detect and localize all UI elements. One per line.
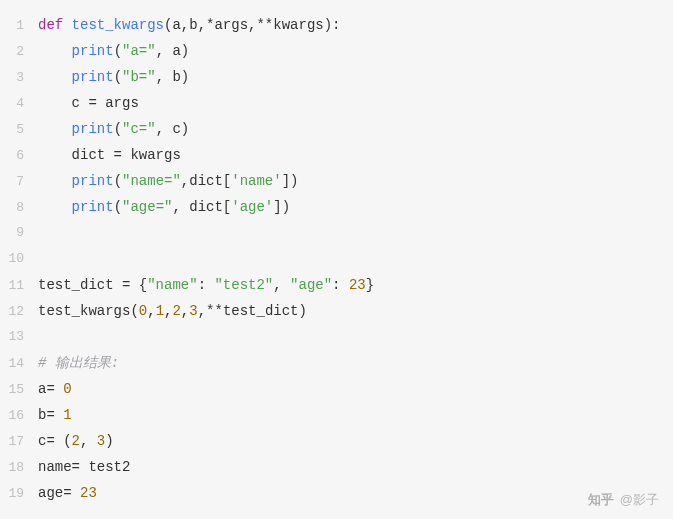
token-pr: kwargs): [273, 17, 340, 33]
token-pr: , dict[ [172, 199, 231, 215]
code-line: 5 print("c=", c) [0, 116, 673, 142]
code-content: print("c=", c) [38, 116, 673, 142]
token-st: "age=" [122, 199, 172, 215]
code-content: print("name=",dict['name']) [38, 168, 673, 194]
line-number: 8 [0, 195, 38, 221]
token-pr: c= ( [38, 433, 72, 449]
line-number: 17 [0, 429, 38, 455]
code-line: 17c= (2, 3) [0, 428, 673, 454]
token-st: "name" [147, 277, 197, 293]
code-line: 11test_dict = {"name": "test2", "age": 2… [0, 272, 673, 298]
token-pr: ]) [273, 199, 290, 215]
code-line: 12test_kwargs(0,1,2,3,**test_dict) [0, 298, 673, 324]
code-line: 13 [0, 324, 673, 350]
token-nu: 0 [63, 381, 71, 397]
code-content: def test_kwargs(a,b,*args,**kwargs): [38, 12, 673, 38]
code-line: 1def test_kwargs(a,b,*args,**kwargs): [0, 12, 673, 38]
token-st: 'age' [231, 199, 273, 215]
token-nu: 2 [172, 303, 180, 319]
watermark: 知乎 @影子 [588, 491, 659, 509]
zhihu-logo-icon: 知乎 [588, 491, 614, 509]
token-pr: ** [256, 17, 273, 33]
token-nu: 23 [349, 277, 366, 293]
line-number: 16 [0, 403, 38, 429]
token-pr: ( [114, 43, 122, 59]
token-pr: c = args [72, 95, 139, 111]
line-number: 10 [0, 246, 38, 272]
token-pr: ( [114, 69, 122, 85]
code-line: 4 c = args [0, 90, 673, 116]
line-number: 7 [0, 169, 38, 195]
code-line: 3 print("b=", b) [0, 64, 673, 90]
code-content: c= (2, 3) [38, 428, 673, 454]
token-pr: ( [114, 121, 122, 137]
code-content: age= 23 [38, 480, 673, 506]
line-number: 3 [0, 65, 38, 91]
token-pr: ) [105, 433, 113, 449]
line-number: 18 [0, 455, 38, 481]
line-number: 11 [0, 273, 38, 299]
code-content: a= 0 [38, 376, 673, 402]
token-pr: ( [114, 173, 122, 189]
code-content: name= test2 [38, 454, 673, 480]
token-st: "c=" [122, 121, 156, 137]
code-content: print("age=", dict['age']) [38, 194, 673, 220]
code-content: dict = kwargs [38, 142, 673, 168]
token-st: "name=" [122, 173, 181, 189]
token-pr: , [80, 433, 97, 449]
line-number: 6 [0, 143, 38, 169]
token-pr: test_dict = { [38, 277, 147, 293]
code-line: 7 print("name=",dict['name']) [0, 168, 673, 194]
token-fn: print [72, 199, 114, 215]
token-pr: name= test2 [38, 459, 130, 475]
line-number: 19 [0, 481, 38, 507]
token-nu: 2 [72, 433, 80, 449]
code-line: 15a= 0 [0, 376, 673, 402]
token-pr: , [273, 277, 290, 293]
code-content: b= 1 [38, 402, 673, 428]
code-content: test_dict = {"name": "test2", "age": 23} [38, 272, 673, 298]
token-nu: 3 [189, 303, 197, 319]
token-st: "age" [290, 277, 332, 293]
token-fn: print [72, 121, 114, 137]
line-number: 4 [0, 91, 38, 117]
line-number: 9 [0, 220, 38, 246]
watermark-author: @影子 [620, 491, 659, 509]
token-st: "a=" [122, 43, 156, 59]
line-number: 1 [0, 13, 38, 39]
token-st: "test2" [214, 277, 273, 293]
code-content: print("b=", b) [38, 64, 673, 90]
code-line: 19age= 23 [0, 480, 673, 506]
token-pr: , b) [156, 69, 190, 85]
token-fn: test_kwargs [72, 17, 164, 33]
token-pr: , a) [156, 43, 190, 59]
line-number: 15 [0, 377, 38, 403]
token-pr: test_kwargs( [38, 303, 139, 319]
token-pr: dict = kwargs [72, 147, 181, 163]
token-kw: def [38, 17, 72, 33]
line-number: 12 [0, 299, 38, 325]
token-pr: b= [38, 407, 63, 423]
token-nu: 23 [80, 485, 97, 501]
line-number: 14 [0, 351, 38, 377]
code-line: 10 [0, 246, 673, 272]
line-number: 5 [0, 117, 38, 143]
line-number: 2 [0, 39, 38, 65]
token-nu: 1 [63, 407, 71, 423]
token-pr: ,**test_dict) [198, 303, 307, 319]
code-content: print("a=", a) [38, 38, 673, 64]
token-st: 'name' [231, 173, 281, 189]
token-pr: age= [38, 485, 80, 501]
code-line: 8 print("age=", dict['age']) [0, 194, 673, 220]
token-pr: , c) [156, 121, 190, 137]
token-pr: , [147, 303, 155, 319]
token-pr: (a,b, [164, 17, 206, 33]
token-st: "b=" [122, 69, 156, 85]
code-line: 18name= test2 [0, 454, 673, 480]
token-fn: print [72, 43, 114, 59]
code-line: 6 dict = kwargs [0, 142, 673, 168]
token-pr: , [181, 303, 189, 319]
code-line: 9 [0, 220, 673, 246]
token-pr: a= [38, 381, 63, 397]
code-line: 2 print("a=", a) [0, 38, 673, 64]
